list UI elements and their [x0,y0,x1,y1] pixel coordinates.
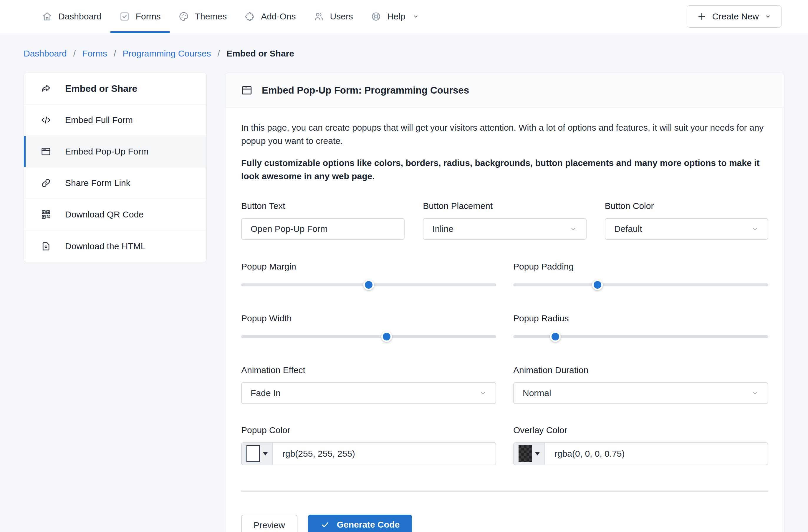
life-ring-icon [371,11,381,22]
embed-popup-panel: Embed Pop-Up Form: Programming Courses I… [225,73,785,532]
slider-thumb[interactable] [363,280,374,290]
animation-row: Animation Effect Fade In Animation Durat… [241,365,768,404]
nav-item-forms[interactable]: Forms [110,0,170,33]
overlay-color-swatch-button[interactable] [514,443,545,464]
preview-button[interactable]: Preview [241,515,297,532]
popup-width-label: Popup Width [241,314,496,323]
popup-radius-group: Popup Radius [513,314,768,338]
actions-row: Preview Generate Code [241,515,768,532]
nav-label: Add-Ons [261,12,296,21]
puzzle-icon [244,11,255,22]
popup-radius-label: Popup Radius [513,314,768,323]
breadcrumb-link-dashboard[interactable]: Dashboard [23,49,67,59]
chevron-down-icon [479,389,487,397]
button-text-field-group: Button Text [241,201,405,240]
sidebar-item-label: Share Form Link [65,178,130,188]
top-navbar: Dashboard Forms Themes Add-Ons Users [0,0,808,33]
breadcrumb-link-programming-courses[interactable]: Programming Courses [123,49,211,59]
button-color-select[interactable]: Default [605,218,768,240]
button-placement-select[interactable]: Inline [423,218,586,240]
selected-value: Inline [432,224,454,234]
plus-icon [697,12,706,21]
breadcrumb: Dashboard / Forms / Programming Courses … [0,33,808,59]
caret-down-icon [535,452,540,456]
selected-value: Default [614,224,642,234]
color-swatch [246,445,260,462]
intro-text-bold: Fully customizable options like colors, … [241,156,768,183]
breadcrumb-current: Embed or Share [226,49,294,59]
nav-item-users[interactable]: Users [305,0,362,33]
slider-thumb[interactable] [550,331,561,342]
chevron-down-icon [751,225,759,233]
sidebar-item-embed-full-form[interactable]: Embed Full Form [24,104,206,136]
selected-value: Normal [523,388,551,398]
animation-effect-group: Animation Effect Fade In [241,365,496,404]
popup-margin-group: Popup Margin [241,262,496,286]
popup-color-group: Popup Color rgb(255, 255, 255) [241,425,496,465]
sidebar-item-embed-or-share[interactable]: Embed or Share [24,73,206,104]
color-swatch [518,445,532,462]
caret-down-icon [263,452,268,456]
qr-code-icon [40,209,52,220]
overlay-color-label: Overlay Color [513,425,768,435]
popup-radius-slider[interactable] [513,335,768,338]
popup-color-label: Popup Color [241,425,496,435]
chevron-down-icon [569,225,577,233]
sidebar-item-download-qr-code[interactable]: Download QR Code [24,199,206,230]
nav-item-themes[interactable]: Themes [170,0,236,33]
nav-label: Dashboard [58,12,102,21]
button-placement-label: Button Placement [423,201,586,211]
home-icon [42,11,52,22]
sidebar-item-label: Embed Pop-Up Form [65,147,148,156]
chevron-down-icon [765,13,771,20]
button-text-label: Button Text [241,201,405,211]
check-icon [320,520,330,529]
breadcrumb-separator: / [114,49,116,59]
users-icon [314,11,324,22]
selected-value: Fade In [251,388,281,398]
sidebar-item-download-the-html[interactable]: Download the HTML [24,230,206,262]
page-content: Embed or Share Embed Full Form Embed Pop… [0,59,808,532]
create-new-button[interactable]: Create New [687,5,782,28]
sidebar-item-embed-popup-form[interactable]: Embed Pop-Up Form [24,136,206,167]
nav-item-addons[interactable]: Add-Ons [236,0,305,33]
popup-margin-slider[interactable] [241,283,496,286]
animation-effect-select[interactable]: Fade In [241,382,496,404]
file-download-icon [40,241,52,252]
button-options-row: Button Text Button Placement Inline Butt… [241,201,768,240]
sidebar-item-label: Embed Full Form [65,115,133,125]
animation-effect-label: Animation Effect [241,365,496,375]
button-color-label: Button Color [605,201,768,211]
nav-label: Users [330,12,353,21]
chevron-down-icon [412,13,419,20]
breadcrumb-separator: / [218,49,220,59]
breadcrumb-link-forms[interactable]: Forms [82,49,107,59]
animation-duration-select[interactable]: Normal [513,382,768,404]
nav-label: Forms [136,12,161,21]
panel-body: In this page, you can create popups that… [225,108,784,532]
sidebar-item-share-form-link[interactable]: Share Form Link [24,167,206,199]
popup-padding-slider[interactable] [513,283,768,286]
animation-duration-label: Animation Duration [513,365,768,375]
slider-thumb[interactable] [592,280,603,290]
popup-width-slider[interactable] [241,335,496,338]
nav-item-dashboard[interactable]: Dashboard [33,0,110,33]
nav-label: Themes [195,12,227,21]
button-placement-field-group: Button Placement Inline [423,201,586,240]
popup-color-value[interactable]: rgb(255, 255, 255) [273,443,355,464]
button-text-input[interactable] [241,218,405,240]
code-icon [40,114,52,126]
forms-icon [119,11,130,22]
slider-thumb[interactable] [381,331,392,342]
button-color-field-group: Button Color Default [605,201,768,240]
nav-item-help[interactable]: Help [362,0,428,33]
popup-margin-label: Popup Margin [241,262,496,271]
sidebar-item-label: Download the HTML [65,241,145,251]
popup-width-group: Popup Width [241,314,496,338]
popup-color-swatch-button[interactable] [242,443,273,464]
generate-code-button[interactable]: Generate Code [308,515,412,532]
animation-duration-group: Animation Duration Normal [513,365,768,404]
overlay-color-group: Overlay Color rgba(0, 0, 0, 0.75) [513,425,768,465]
popup-window-icon [241,84,253,96]
overlay-color-value[interactable]: rgba(0, 0, 0, 0.75) [545,443,625,464]
